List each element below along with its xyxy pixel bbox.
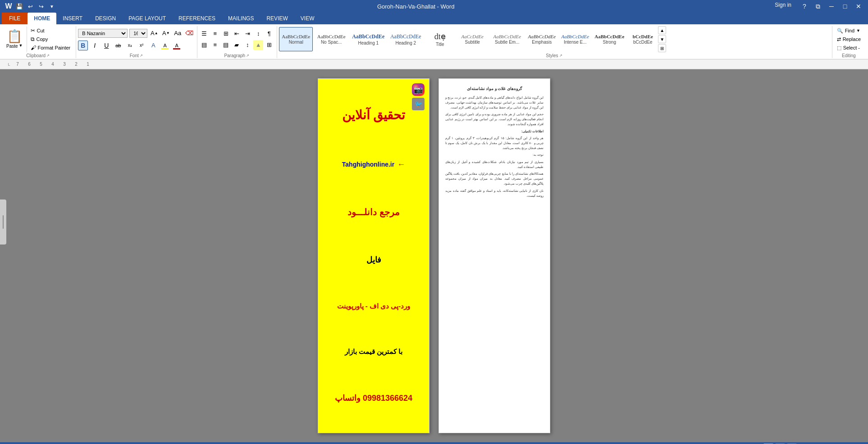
title-bar: W 💾 ↩ ↪ ▼ Goroh-Nan-Va-Ghallat - Word Si… — [0, 0, 868, 13]
border-button[interactable]: ⊞ — [264, 40, 274, 50]
numbering-button[interactable]: ≡ — [210, 29, 220, 39]
text-heading: گروه‌های غلات و مواد نشاسته‌ای — [445, 86, 544, 92]
window-controls: Sign in ? ⧉ ─ □ ✕ — [775, 2, 864, 11]
font-size-select[interactable]: 16 — [129, 29, 147, 38]
multilevel-list-button[interactable]: ⊞ — [221, 29, 231, 39]
close-button[interactable]: ✕ — [853, 2, 864, 11]
increase-indent-button[interactable]: ⇥ — [242, 29, 252, 39]
sign-in-button[interactable]: Sign in — [775, 2, 791, 11]
tab-mailings[interactable]: MAILINGS — [222, 13, 260, 24]
text-content: گروه‌های غلات و مواد نشاسته‌ای این گروه … — [445, 86, 544, 198]
clipboard-group-content: 📋 Paste ▼ ✂ Cut ⧉ Copy — [3, 26, 73, 52]
strikethrough-button[interactable]: ab — [113, 41, 123, 50]
shrink-font-button[interactable]: A▼ — [161, 28, 171, 38]
ad-subtitle: مرجع دانلـــود — [347, 207, 400, 217]
tab-insert[interactable]: INSERT — [56, 13, 89, 24]
editing-group: 🔍 Find ▼ ⇄ Replace ⬚ Select - Editing — [833, 26, 866, 58]
tab-home[interactable]: HOME — [27, 13, 56, 24]
styles-scroll: AaBbCcDdEe Normal AaBbCcDdEe No Spac... … — [279, 27, 658, 51]
format-painter-button[interactable]: 🖌 Format Painter — [29, 44, 73, 52]
style-title-preview: dtẹ — [434, 32, 446, 41]
redo-button[interactable]: ↪ — [36, 1, 46, 11]
select-button[interactable]: ⬚ Select - — [834, 44, 863, 52]
style-subtle-em-label: Subtle Em... — [495, 40, 519, 45]
style-title[interactable]: dtẹ Title — [425, 27, 455, 51]
copy-button[interactable]: ⧉ Copy — [29, 35, 73, 43]
style-heading1[interactable]: AaBbCcDdEe Heading 1 — [350, 27, 387, 51]
styles-down-button[interactable]: ▼ — [658, 35, 666, 43]
style-heading2[interactable]: AaBbCcDdEe Heading 2 — [388, 27, 424, 51]
sort-button[interactable]: ↕ — [253, 29, 263, 39]
justify-button[interactable]: ▰ — [232, 40, 242, 50]
clipboard-expand-icon[interactable]: ↗ — [46, 54, 50, 58]
undo-button[interactable]: ↩ — [25, 1, 35, 11]
style-emphasis[interactable]: AaBbCcDdEe Emphasis — [525, 27, 558, 51]
format-painter-icon: 🖌 — [31, 45, 36, 51]
paragraph-expand-icon[interactable]: ↗ — [246, 54, 249, 58]
subscript-button[interactable]: x₂ — [125, 41, 135, 50]
line-spacing-button[interactable]: ↕ — [242, 40, 252, 50]
align-right-button[interactable]: ▤ — [221, 40, 231, 50]
font-bottom-row: B I U ab x₂ x² A A A — [78, 41, 194, 50]
styles-expand-icon[interactable]: ↗ — [559, 54, 562, 58]
grow-font-button[interactable]: A▲ — [149, 28, 159, 38]
style-bccddee[interactable]: bCcDdEe bCcDdEe — [627, 27, 658, 51]
font-group-label: Font ↗ — [78, 53, 194, 58]
tab-view[interactable]: VIEW — [294, 13, 321, 24]
help-button[interactable]: ? — [799, 2, 810, 11]
paragraph-group: ☰ ≡ ⊞ ⇤ ⇥ ↕ ¶ ▤ ≡ ▤ ▰ ↕ ▲ ⊞ — [198, 26, 277, 58]
tab-design[interactable]: DESIGN — [89, 13, 122, 24]
decrease-indent-button[interactable]: ⇤ — [232, 29, 242, 39]
tab-page-layout[interactable]: PAGE LAYOUT — [122, 13, 172, 24]
styles-up-button[interactable]: ▲ — [658, 26, 666, 34]
style-strong-label: Strong — [603, 40, 616, 45]
minimize-button[interactable]: ─ — [826, 2, 837, 11]
restore-button[interactable]: ⧉ — [812, 2, 824, 11]
cut-button[interactable]: ✂ Cut — [29, 27, 73, 35]
change-case-button[interactable]: Aa — [173, 28, 183, 38]
styles-group: AaBbCcDdEe Normal AaBbCcDdEe No Spac... … — [278, 26, 832, 58]
align-left-button[interactable]: ▤ — [199, 40, 209, 50]
style-subtle-em[interactable]: AaBbCcDdEe Subtle Em... — [489, 27, 525, 51]
bullets-button[interactable]: ☰ — [199, 29, 209, 39]
text-body: این گروه شامل انواع دانه‌های گیاهی و ماد… — [445, 95, 544, 198]
style-no-spacing[interactable]: AaBbCcDdEe No Spac... — [314, 27, 349, 51]
tab-file[interactable]: FILE — [2, 13, 27, 24]
replace-icon: ⇄ — [837, 36, 841, 42]
clear-format-button[interactable]: ⌫ — [184, 28, 194, 38]
tab-references[interactable]: REFERENCES — [172, 13, 222, 24]
ad-file-label: فایل — [366, 255, 381, 265]
text-highlight-button[interactable]: A — [160, 41, 170, 50]
style-subtitle[interactable]: AaCcDdEe Subtitle — [456, 27, 489, 51]
superscript-button[interactable]: x² — [137, 41, 146, 50]
font-name-select[interactable]: B Nazanin — [78, 29, 128, 38]
bold-button[interactable]: B — [78, 41, 88, 50]
style-subtle-em-preview: AaBbCcDdEe — [493, 34, 521, 39]
save-button[interactable]: 💾 — [14, 1, 24, 11]
replace-button[interactable]: ⇄ Replace — [834, 36, 863, 43]
copy-icon: ⧉ — [31, 36, 35, 42]
tab-review[interactable]: REVIEW — [260, 13, 294, 24]
align-center-button[interactable]: ≡ — [210, 40, 220, 50]
style-heading1-preview: AaBbCcDdEe — [352, 33, 384, 40]
text-effect-button[interactable]: A — [148, 41, 158, 50]
quick-access-toolbar: W 💾 ↩ ↪ ▼ — [4, 1, 57, 11]
underline-button[interactable]: U — [101, 41, 111, 50]
styles-more-button[interactable]: ⊞ — [658, 44, 666, 52]
shading-button[interactable]: ▲ — [253, 40, 263, 50]
show-formatting-button[interactable]: ¶ — [264, 29, 274, 39]
style-normal[interactable]: AaBbCcDdEe Normal — [279, 27, 313, 51]
style-intense-e[interactable]: AaBbCcDdEe Intense E... — [559, 27, 591, 51]
font-expand-icon[interactable]: ↗ — [140, 54, 143, 58]
customize-button[interactable]: ▼ — [47, 1, 57, 11]
font-color-button[interactable]: A — [172, 41, 182, 50]
style-strong[interactable]: AaBbCcDdEe Strong — [592, 27, 626, 51]
style-bccddee-preview: bCcDdEe — [633, 34, 653, 39]
italic-button[interactable]: I — [90, 41, 100, 50]
ribbon: FILE HOME INSERT DESIGN PAGE LAYOUT REFE… — [0, 13, 868, 59]
style-intense-e-preview: AaBbCcDdEe — [561, 34, 589, 39]
maximize-button[interactable]: □ — [839, 2, 851, 11]
paragraph-group-label: Paragraph ↗ — [199, 53, 274, 58]
find-button[interactable]: 🔍 Find ▼ — [834, 27, 863, 35]
paste-button[interactable]: 📋 Paste ▼ — [3, 26, 27, 52]
